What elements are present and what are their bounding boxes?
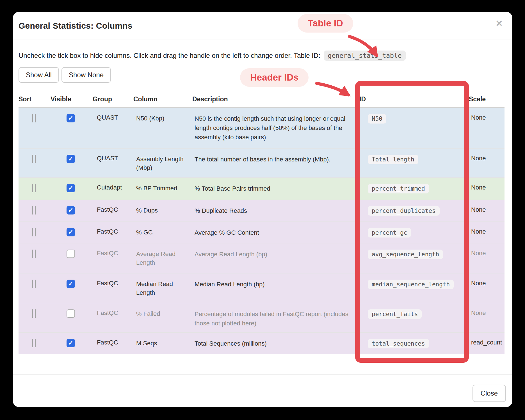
description-cell: Average Read Length (bp) [192, 243, 359, 273]
sort-cell [19, 178, 51, 200]
scale-cell: None [469, 222, 505, 243]
id-badge: N50 [368, 114, 386, 124]
description-cell: % Duplicate Reads [192, 200, 359, 222]
id-badge: percent_fails [368, 309, 422, 319]
sort-cell [19, 303, 51, 333]
scale-cell: None [469, 108, 505, 149]
group-cell: Cutadapt [93, 178, 133, 200]
description-cell: Average % GC Content [192, 222, 359, 243]
drag-handle-icon[interactable] [32, 339, 36, 347]
sort-cell [19, 149, 51, 178]
visible-checkbox-unchecked[interactable]: ✓ [67, 250, 75, 258]
show-none-button[interactable]: Show None [61, 67, 111, 83]
id-badge: percent_gc [368, 228, 411, 238]
header-column: Column [133, 92, 192, 108]
table-row: ✓FastQC% FailedPercentage of modules fai… [19, 303, 505, 333]
drag-handle-icon[interactable] [32, 250, 36, 258]
group-cell: FastQC [93, 222, 133, 243]
id-cell: Total length [359, 149, 469, 178]
visible-cell: ✓ [51, 149, 93, 178]
sort-cell [19, 222, 51, 243]
drag-handle-icon[interactable] [32, 280, 36, 288]
description-cell: Total Sequences (millions) [192, 333, 359, 354]
visible-checkbox-checked[interactable]: ✓ [67, 228, 75, 236]
table-row: ✓FastQCM SeqsTotal Sequences (millions)t… [19, 333, 505, 354]
scale-cell: None [469, 149, 505, 178]
id-cell: percent_trimmed [359, 178, 469, 200]
checkmark-icon: ✓ [68, 340, 73, 346]
table-row: ✓FastQCMedian Read LengthMedian Read Len… [19, 273, 505, 303]
id-badge: avg_sequence_length [368, 250, 443, 259]
intro-text: Uncheck the tick box to hide columns. Cl… [19, 52, 507, 60]
header-sort: Sort [19, 92, 51, 108]
column-cell: Median Read Length [133, 273, 192, 303]
checkmark-icon: ✓ [68, 207, 73, 213]
group-cell: FastQC [93, 273, 133, 303]
drag-handle-icon[interactable] [32, 228, 36, 236]
modal-body: Uncheck the tick box to hide columns. Cl… [13, 52, 512, 354]
table-row: ✓Cutadapt% BP Trimmed% Total Base Pairs … [19, 178, 505, 200]
visible-cell: ✓ [51, 222, 93, 243]
scale-cell: None [469, 303, 505, 333]
column-cell: M Seqs [133, 333, 192, 354]
group-cell: FastQC [93, 243, 133, 273]
visible-checkbox-checked[interactable]: ✓ [67, 184, 75, 192]
header-scale: Scale [469, 92, 505, 108]
group-cell: FastQC [93, 303, 133, 333]
visible-checkbox-unchecked[interactable]: ✓ [67, 309, 75, 318]
checkmark-icon: ✓ [68, 281, 73, 287]
drag-handle-icon[interactable] [32, 114, 36, 122]
checkmark-icon: ✓ [68, 185, 73, 191]
drag-handle-icon[interactable] [32, 309, 36, 318]
header-description: Description [192, 92, 359, 108]
column-cell: % GC [133, 222, 192, 243]
visible-checkbox-checked[interactable]: ✓ [67, 155, 75, 163]
intro-sentence: Uncheck the tick box to hide columns. Cl… [19, 52, 320, 59]
id-badge: percent_duplicates [368, 206, 440, 216]
drag-handle-icon[interactable] [32, 155, 36, 163]
scale-cell: None [469, 178, 505, 200]
drag-handle-icon[interactable] [32, 206, 36, 214]
id-cell: median_sequence_length [359, 273, 469, 303]
visible-checkbox-checked[interactable]: ✓ [67, 206, 75, 214]
close-icon[interactable]: ✕ [496, 19, 503, 28]
id-badge: Total length [368, 155, 418, 164]
drag-handle-icon[interactable] [32, 184, 36, 192]
sort-cell [19, 108, 51, 149]
checkmark-icon: ✓ [68, 156, 73, 162]
visible-cell: ✓ [51, 333, 93, 354]
table-row: ✓FastQC% GCAverage % GC Contentpercent_g… [19, 222, 505, 243]
visible-cell: ✓ [51, 200, 93, 222]
scale-cell: None [469, 243, 505, 273]
visible-checkbox-checked[interactable]: ✓ [67, 339, 75, 347]
visible-cell: ✓ [51, 108, 93, 149]
description-cell: % Total Base Pairs trimmed [192, 178, 359, 200]
table-header-row: Sort Visible Group Column Description ID… [19, 92, 505, 108]
column-cell: Assembly Length (Mbp) [133, 149, 192, 178]
header-id: ID [359, 92, 469, 108]
description-cell: N50 is the contig length such that using… [192, 108, 359, 149]
description-cell: Median Read Length (bp) [192, 273, 359, 303]
id-cell: N50 [359, 108, 469, 149]
scale-cell: None [469, 273, 505, 303]
id-badge: total_sequences [368, 339, 429, 348]
id-cell: avg_sequence_length [359, 243, 469, 273]
header-visible: Visible [51, 92, 93, 108]
column-cell: N50 (Kbp) [133, 108, 192, 149]
checkmark-icon: ✓ [68, 115, 73, 121]
column-cell: Average Read Length [133, 243, 192, 273]
description-cell: The total number of bases in the assembl… [192, 149, 359, 178]
id-cell: percent_fails [359, 303, 469, 333]
modal-title: General Statistics: Columns [19, 21, 133, 31]
header-ids-annotation-pill: Header IDs [240, 68, 309, 87]
modal-header: General Statistics: Columns ✕ [13, 12, 512, 40]
sort-cell [19, 273, 51, 303]
close-button[interactable]: Close [472, 385, 506, 402]
visible-checkbox-checked[interactable]: ✓ [67, 114, 75, 122]
visible-checkbox-checked[interactable]: ✓ [67, 280, 75, 288]
scale-cell: None [469, 200, 505, 222]
id-cell: total_sequences [359, 333, 469, 354]
columns-table: Sort Visible Group Column Description ID… [19, 92, 505, 354]
table-row: ✓QUASTAssembly Length (Mbp)The total num… [19, 149, 505, 178]
show-all-button[interactable]: Show All [19, 67, 59, 83]
